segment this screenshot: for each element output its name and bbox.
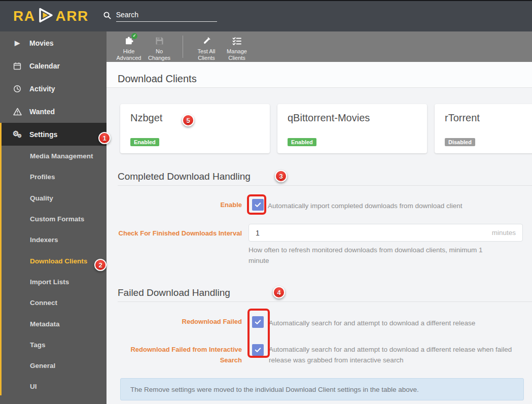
redownload-failed-checkbox[interactable] — [252, 316, 264, 328]
client-name: Nzbget — [130, 112, 162, 124]
sidebar-item-tags[interactable]: Tags — [0, 334, 107, 355]
settings-content: Download Clients Nzbget Enabled qBittorr… — [107, 62, 532, 404]
sidebar-item-custom-formats[interactable]: Custom Formats — [0, 209, 107, 229]
redownload-failed-helper-text: Automatically search for and attempt to … — [269, 318, 475, 328]
gears-icon: ⚙⚙ — [13, 130, 22, 139]
sidebar-item-download-clients[interactable]: Download Clients — [0, 250, 107, 271]
section-divider — [118, 301, 532, 302]
test-tube-icon — [201, 35, 211, 47]
sidebar-item-connect[interactable]: Connect — [0, 292, 107, 313]
top-bar: RA ARR Search — [0, 0, 532, 31]
active-section-accent — [0, 123, 2, 395]
info-message-text: The Remove settings were moved to the in… — [130, 386, 419, 393]
status-badge: Enabled — [288, 138, 316, 146]
download-client-card-qbittorrent[interactable]: qBittorrent-Movies Enabled — [277, 104, 427, 153]
download-client-card-nzbget[interactable]: Nzbget Enabled — [120, 104, 270, 153]
checklist-icon — [232, 35, 242, 47]
radarr-app: RA ARR Search ▶ Movies — [0, 0, 532, 404]
play-icon: ▶ — [13, 39, 22, 47]
status-badge: Enabled — [130, 138, 159, 146]
redownload-interactive-label: Redownload Failed from Interactive Searc… — [115, 344, 242, 365]
sidebar-item-ui[interactable]: UI — [0, 376, 107, 397]
section-divider — [118, 185, 532, 186]
sidebar-item-quality[interactable]: Quality — [0, 188, 107, 209]
download-client-card-rtorrent[interactable]: rTorrent Disabled — [435, 104, 532, 153]
calendar-icon — [13, 62, 22, 70]
enable-helper-text: Automatically import completed downloads… — [268, 200, 462, 211]
puzzle-check-icon: ✓ — [124, 35, 134, 47]
logo-text-right: ARR — [55, 8, 88, 24]
sidebar-item-metadata[interactable]: Metadata — [0, 313, 107, 334]
enable-checkbox[interactable] — [252, 199, 264, 211]
toolbar-separator — [183, 36, 183, 58]
clock-icon — [13, 85, 22, 93]
search-icon — [103, 11, 112, 22]
sidebar-item-calendar[interactable]: Calendar — [0, 54, 107, 77]
sidebar-item-activity[interactable]: Activity — [0, 77, 107, 100]
page-toolbar: ✓ Hide Advanced No Changes — [107, 31, 532, 62]
logo-text-left: RA — [13, 8, 35, 24]
enable-label: Enable — [115, 199, 242, 210]
search-bar[interactable]: Search — [103, 11, 217, 22]
client-name: qBittorrent-Movies — [288, 112, 370, 124]
interval-unit: minutes — [492, 229, 516, 237]
redownload-failed-label: Redownload Failed — [115, 316, 242, 327]
sidebar-item-general[interactable]: General — [0, 355, 107, 376]
sidebar-item-movies[interactable]: ▶ Movies — [0, 31, 107, 54]
completed-download-handling-title: Completed Download Handling — [118, 171, 251, 182]
sidebar-item-settings[interactable]: ⚙⚙ Settings — [0, 123, 107, 146]
test-all-clients-button[interactable]: Test All Clients — [191, 35, 222, 61]
client-name: rTorrent — [445, 112, 480, 124]
info-message-box: The Remove settings were moved to the in… — [120, 378, 524, 400]
sidebar-item-import-lists[interactable]: Import Lists — [0, 272, 107, 292]
sidebar-item-wanted[interactable]: Wanted — [0, 100, 107, 123]
radarr-logo[interactable]: RA ARR — [13, 8, 89, 25]
no-changes-button[interactable]: No Changes — [144, 35, 174, 61]
interval-value: 1 — [256, 229, 492, 237]
page-title: Download Clients — [118, 73, 197, 85]
sidebar-nav: ▶ Movies Calendar Activity — [0, 31, 107, 404]
interval-label: Check For Finished Downloads Interval — [115, 228, 242, 239]
search-input[interactable]: Search — [116, 11, 217, 22]
sidebar-item-media-management[interactable]: Media Management — [0, 146, 107, 166]
check-badge-icon: ✓ — [131, 33, 137, 39]
status-badge: Disabled — [445, 138, 475, 146]
redownload-interactive-helper-text: Automatically search for and attempt to … — [269, 344, 527, 365]
play-button-logo-icon — [37, 8, 54, 25]
interval-helper-text: How often to refresh monitored downloads… — [249, 245, 502, 266]
sidebar-item-profiles[interactable]: Profiles — [0, 166, 107, 187]
warning-icon — [13, 108, 22, 116]
interval-input[interactable]: 1 minutes — [249, 224, 523, 242]
manage-clients-button[interactable]: Manage Clients — [222, 35, 252, 61]
failed-download-handling-title: Failed Download Handling — [118, 287, 230, 298]
hide-advanced-button[interactable]: ✓ Hide Advanced — [114, 35, 144, 61]
save-icon — [155, 35, 164, 47]
redownload-interactive-checkbox[interactable] — [252, 344, 264, 356]
sidebar-item-indexers[interactable]: Indexers — [0, 229, 107, 250]
